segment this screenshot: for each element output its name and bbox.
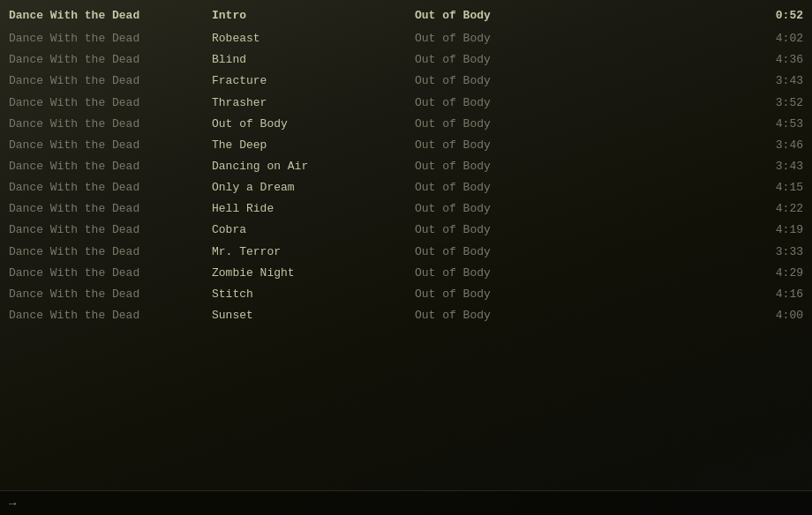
arrow-icon: →: [9, 496, 16, 511]
track-duration: 3:43: [618, 158, 803, 175]
track-artist: Dance With the Dead: [9, 221, 212, 239]
track-title: Dancing on Air: [212, 158, 415, 175]
track-title: Stitch: [212, 286, 415, 303]
header-artist: Dance With the Dead: [9, 7, 212, 25]
track-row[interactable]: Dance With the DeadZombie NightOut of Bo…: [0, 263, 812, 284]
track-artist: Dance With the Dead: [9, 265, 212, 282]
track-duration: 4:16: [618, 286, 803, 303]
track-artist: Dance With the Dead: [9, 158, 212, 175]
header-title: Intro: [212, 7, 415, 25]
track-album: Out of Body: [415, 72, 618, 90]
track-duration: 4:36: [618, 51, 803, 69]
track-title: Only a Dream: [212, 179, 415, 197]
track-artist: Dance With the Dead: [9, 286, 212, 303]
track-row[interactable]: Dance With the DeadOut of BodyOut of Bod…: [0, 114, 812, 135]
track-list: Dance With the Dead Intro Out of Body 0:…: [0, 0, 812, 332]
track-album: Out of Body: [415, 51, 618, 69]
track-title: Hell Ride: [212, 200, 415, 218]
bottom-bar: →: [0, 490, 812, 515]
track-album: Out of Body: [415, 265, 618, 282]
track-album: Out of Body: [415, 116, 618, 133]
track-title: Cobra: [212, 221, 415, 239]
track-row[interactable]: Dance With the DeadThe DeepOut of Body3:…: [0, 135, 812, 156]
track-title: The Deep: [212, 137, 415, 154]
track-artist: Dance With the Dead: [9, 94, 212, 112]
track-artist: Dance With the Dead: [9, 200, 212, 218]
header-duration: 0:52: [618, 7, 803, 25]
track-title: Thrasher: [212, 94, 415, 112]
track-row[interactable]: Dance With the DeadDancing on AirOut of …: [0, 156, 812, 177]
track-title: Out of Body: [212, 116, 415, 133]
track-list-header: Dance With the Dead Intro Out of Body 0:…: [0, 5, 812, 28]
track-artist: Dance With the Dead: [9, 30, 212, 48]
track-row[interactable]: Dance With the DeadMr. TerrorOut of Body…: [0, 242, 812, 263]
track-album: Out of Body: [415, 200, 618, 218]
track-row[interactable]: Dance With the DeadHell RideOut of Body4…: [0, 198, 812, 220]
track-artist: Dance With the Dead: [9, 72, 212, 90]
track-artist: Dance With the Dead: [9, 307, 212, 325]
track-album: Out of Body: [415, 286, 618, 303]
track-album: Out of Body: [415, 137, 618, 154]
track-duration: 4:00: [618, 307, 803, 325]
track-duration: 4:19: [618, 221, 803, 239]
track-duration: 4:29: [618, 265, 803, 282]
track-title: Sunset: [212, 307, 415, 325]
track-duration: 3:52: [618, 94, 803, 112]
track-album: Out of Body: [415, 179, 618, 197]
track-row[interactable]: Dance With the DeadOnly a DreamOut of Bo…: [0, 177, 812, 198]
track-row[interactable]: Dance With the DeadBlindOut of Body4:36: [0, 49, 812, 71]
track-duration: 4:15: [618, 179, 803, 197]
track-album: Out of Body: [415, 94, 618, 112]
track-duration: 3:33: [618, 243, 803, 261]
track-row[interactable]: Dance With the DeadStitchOut of Body4:16: [0, 284, 812, 305]
track-row[interactable]: Dance With the DeadFractureOut of Body3:…: [0, 71, 812, 92]
track-duration: 4:02: [618, 30, 803, 48]
track-title: Fracture: [212, 72, 415, 90]
track-title: Blind: [212, 51, 415, 69]
track-artist: Dance With the Dead: [9, 179, 212, 197]
track-album: Out of Body: [415, 307, 618, 325]
track-album: Out of Body: [415, 158, 618, 175]
track-row[interactable]: Dance With the DeadRobeastOut of Body4:0…: [0, 28, 812, 49]
track-duration: 4:22: [618, 200, 803, 218]
track-album: Out of Body: [415, 221, 618, 239]
track-artist: Dance With the Dead: [9, 137, 212, 154]
track-duration: 4:53: [618, 116, 803, 133]
track-duration: 3:46: [618, 137, 803, 154]
track-artist: Dance With the Dead: [9, 51, 212, 69]
header-album: Out of Body: [415, 7, 618, 25]
track-row[interactable]: Dance With the DeadCobraOut of Body4:19: [0, 220, 812, 241]
track-artist: Dance With the Dead: [9, 116, 212, 133]
track-title: Zombie Night: [212, 265, 415, 282]
track-album: Out of Body: [415, 243, 618, 261]
track-row[interactable]: Dance With the DeadThrasherOut of Body3:…: [0, 93, 812, 114]
track-duration: 3:43: [618, 72, 803, 90]
track-artist: Dance With the Dead: [9, 243, 212, 261]
track-title: Robeast: [212, 30, 415, 48]
track-title: Mr. Terror: [212, 243, 415, 261]
track-album: Out of Body: [415, 30, 618, 48]
track-row[interactable]: Dance With the DeadSunsetOut of Body4:00: [0, 305, 812, 326]
